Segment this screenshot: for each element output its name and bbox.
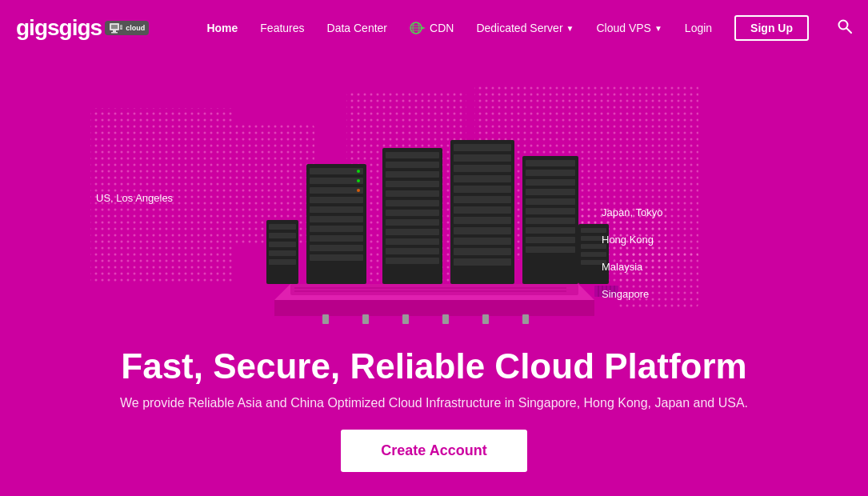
svg-rect-89 [581,260,606,265]
logo: gigsgigs cloud [16,15,149,41]
svg-rect-90 [322,314,329,324]
nav-login[interactable]: Login [685,22,712,34]
create-account-button[interactable]: Create Account [341,430,526,472]
svg-rect-3 [111,32,118,34]
svg-rect-80 [269,233,296,238]
svg-rect-31 [310,226,363,232]
svg-rect-88 [581,252,606,257]
search-button[interactable] [838,19,852,38]
svg-rect-56 [454,186,511,193]
svg-line-14 [846,28,851,33]
cloud-vps-arrow-icon: ▼ [654,24,662,33]
nav-dedicated-label: Dedicated Server [476,22,562,34]
svg-rect-30 [310,216,363,222]
svg-rect-73 [526,237,575,243]
svg-rect-93 [442,314,449,324]
svg-rect-86 [581,236,606,241]
svg-rect-63 [454,258,511,266]
nav-cdn-label: CDN [430,22,454,34]
logo-badge: cloud [105,21,149,35]
signup-button[interactable]: Sign Up [734,15,809,41]
hero-section: US, Los Angeles Japan, Tokyo Hong Kong M… [0,0,868,496]
svg-rect-46 [386,219,439,226]
header: gigsgigs cloud Home Features Data Center [0,0,868,56]
svg-rect-16 [90,108,234,284]
svg-rect-62 [454,248,511,255]
svg-rect-27 [310,187,363,194]
svg-rect-52 [454,144,511,151]
hero-text-section: Fast, Secure, Reliable Cloud Platform We… [0,346,868,472]
svg-rect-53 [454,154,511,162]
svg-rect-28 [310,197,363,203]
svg-rect-95 [522,314,529,324]
cdn-icon [410,22,426,34]
nav-features[interactable]: Features [260,22,304,34]
svg-rect-77 [294,290,566,292]
svg-rect-49 [386,248,439,254]
svg-rect-74 [526,246,575,253]
svg-rect-48 [386,238,439,245]
search-icon [838,19,852,34]
svg-rect-1 [111,25,118,29]
svg-rect-94 [482,314,489,324]
svg-rect-71 [526,218,575,224]
svg-rect-33 [310,245,363,251]
svg-rect-25 [310,168,363,174]
svg-rect-66 [526,170,575,176]
svg-rect-6 [121,27,122,28]
nav-cloud-vps-label: Cloud VPS [596,22,650,34]
svg-rect-69 [526,198,575,205]
svg-rect-67 [526,179,575,186]
svg-rect-83 [269,259,296,265]
logo-badge-text: cloud [126,24,145,32]
svg-rect-81 [269,242,296,247]
svg-rect-68 [526,189,575,195]
svg-rect-40 [386,162,439,168]
svg-point-37 [357,189,360,192]
svg-rect-39 [386,152,439,158]
nav-cloud-vps[interactable]: Cloud VPS ▼ [596,22,662,34]
svg-rect-57 [454,196,511,203]
nav-cdn[interactable]: CDN [410,22,454,34]
svg-rect-47 [386,229,439,235]
svg-marker-12 [421,26,426,30]
nav-dedicated-server[interactable]: Dedicated Server ▼ [476,22,574,34]
logo-gigs2: gigs [59,15,102,40]
svg-point-36 [357,179,360,182]
svg-rect-91 [362,314,369,324]
svg-rect-41 [386,171,439,178]
logo-text: gigsgigs [16,15,102,41]
svg-rect-2 [113,30,116,32]
svg-rect-26 [310,178,363,184]
nav-home[interactable]: Home [206,22,238,34]
svg-rect-55 [454,175,511,182]
svg-rect-50 [386,258,439,264]
svg-rect-5 [121,26,122,26]
dedicated-arrow-icon: ▼ [566,24,574,33]
svg-rect-87 [581,244,606,249]
svg-rect-54 [454,165,511,172]
svg-rect-44 [386,200,439,206]
svg-rect-76 [294,287,566,289]
svg-rect-45 [386,210,439,216]
svg-rect-29 [310,206,363,213]
svg-rect-61 [454,238,511,245]
svg-rect-72 [526,227,575,234]
svg-rect-92 [402,314,409,324]
nav-data-center[interactable]: Data Center [327,22,387,34]
server-illustration [242,68,626,332]
svg-rect-85 [581,228,606,233]
svg-rect-70 [526,208,575,214]
svg-rect-60 [454,227,511,234]
svg-rect-75 [290,284,578,295]
logo-computer-icon [109,22,123,34]
hero-title: Fast, Secure, Reliable Cloud Platform [0,346,868,386]
svg-rect-34 [310,254,363,261]
svg-rect-42 [386,181,439,187]
svg-rect-58 [454,206,511,214]
nav: Home Features Data Center CDN Dedicated … [206,15,852,41]
svg-rect-20 [618,252,698,308]
hero-subtitle: We provide Reliable Asia and China Optim… [0,396,868,410]
svg-marker-23 [274,300,594,316]
svg-rect-82 [269,250,296,256]
